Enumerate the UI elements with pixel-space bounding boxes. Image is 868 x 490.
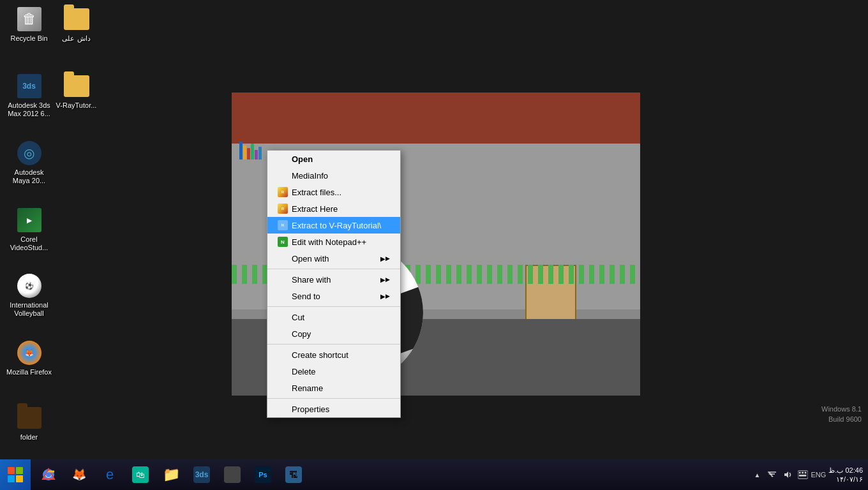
- windows-logo-red: [8, 467, 15, 474]
- copy-label: Copy: [292, 329, 390, 339]
- share-with-icon: [278, 274, 288, 285]
- notepad-icon: N: [278, 237, 288, 247]
- context-menu-extract-files[interactable]: R Extract files...: [267, 184, 400, 200]
- tray-network-icon[interactable]: [767, 470, 777, 480]
- rename-label: Rename: [292, 383, 390, 393]
- desktop-icon-vray-tutorial[interactable]: V-RayTutor...: [52, 73, 100, 110]
- taskbar-file-explorer[interactable]: 📁: [156, 459, 186, 490]
- context-menu-rename[interactable]: Rename: [267, 380, 400, 396]
- folder-dark-icon-wrapper: [17, 405, 42, 431]
- context-menu-delete[interactable]: Delete: [267, 363, 400, 380]
- open-with-label: Open with: [292, 254, 375, 264]
- recycle-bin-icon: 🗑: [17, 7, 41, 31]
- vray-label: V-RayTutor...: [52, 101, 100, 110]
- context-menu-properties[interactable]: Properties: [267, 401, 400, 417]
- corel-label: Corel VideoStud...: [5, 235, 53, 252]
- app7-icon: [224, 466, 241, 483]
- rar-icon-extract-files: R: [278, 187, 288, 197]
- context-menu-extract-to[interactable]: R Extract to V-RayTutorial\: [267, 217, 400, 234]
- cut-icon: [278, 312, 288, 322]
- taskbar-chrome[interactable]: [33, 459, 64, 490]
- rar-icon-extract-here: R: [278, 204, 288, 214]
- tray-lang[interactable]: ENG: [813, 470, 823, 480]
- 3dsmax-icon: 3ds: [17, 74, 41, 98]
- send-to-label: Send to: [292, 292, 375, 301]
- firefox-label: Mozilla Firefox: [5, 368, 53, 376]
- context-menu-cut[interactable]: Cut: [267, 309, 400, 325]
- dash-ali-icon-wrapper: [64, 6, 89, 32]
- svg-rect-7: [799, 475, 807, 477]
- open-icon: [278, 154, 288, 164]
- share-with-arrow: ▶: [380, 276, 385, 283]
- windows-version-text: Windows 8.1: [821, 405, 862, 414]
- separator-1: [267, 269, 400, 269]
- taskbar-photoshop[interactable]: Ps: [248, 459, 278, 490]
- autodesk-taskbar-icon: 3ds: [193, 466, 210, 483]
- extract-here-icon: R: [278, 204, 288, 214]
- context-menu-send-to[interactable]: Send to ▶: [267, 288, 400, 304]
- volleyball-icon: ⚽: [17, 274, 41, 298]
- taskbar-autodesk[interactable]: 3ds: [186, 459, 217, 490]
- vray-folder-icon: [64, 75, 89, 97]
- photoshop-icon: Ps: [255, 466, 271, 483]
- firefox-taskbar-icon: 🦊: [70, 466, 88, 484]
- desktop-icon-corel[interactable]: ▶ Corel VideoStud...: [5, 207, 53, 252]
- taskbar-windows-store[interactable]: 🛍: [125, 459, 156, 490]
- rar-file-icon[interactable]: [232, 134, 270, 172]
- desktop-icon-folder-dark[interactable]: folder: [5, 405, 53, 442]
- volleyball-label: International Volleyball: [5, 301, 53, 318]
- chrome-icon: [40, 466, 57, 484]
- taskbar-clock[interactable]: 02:46 ب.ظ ۱۴/۰۷/۱۶: [828, 466, 863, 484]
- context-menu-extract-here[interactable]: R Extract Here: [267, 200, 400, 217]
- open-with-icon: [278, 253, 288, 264]
- tray-keyboard-icon[interactable]: [798, 470, 808, 480]
- windows-logo-yellow: [16, 475, 23, 482]
- folder-dark-label: folder: [5, 433, 53, 442]
- context-menu-share-with[interactable]: Share with ▶: [267, 271, 400, 288]
- dash-ali-icon: [64, 8, 89, 30]
- start-button[interactable]: [0, 459, 31, 490]
- svg-rect-4: [799, 472, 801, 474]
- desktop-icon-maya[interactable]: ◎ Autodesk Maya 20...: [5, 140, 53, 185]
- file-explorer-icon: 📁: [162, 466, 180, 484]
- maya-icon-wrapper: ◎: [17, 140, 42, 166]
- tray-volume-icon[interactable]: [782, 470, 793, 480]
- edit-notepad-label: Edit with Notepad++: [292, 237, 390, 247]
- rename-icon: [278, 383, 288, 393]
- taskbar-ie[interactable]: e: [94, 459, 125, 490]
- context-menu-create-shortcut[interactable]: Create shortcut: [267, 346, 400, 363]
- corel-icon: ▶: [17, 208, 41, 232]
- taskbar-apps: 🦊 e 🛍 📁 3ds Ps 🏗: [31, 459, 747, 490]
- extract-to-icon: R: [278, 220, 288, 230]
- extract-files-icon: R: [278, 187, 288, 197]
- create-shortcut-label: Create shortcut: [292, 350, 390, 360]
- taskbar-app9[interactable]: 🏗: [278, 459, 309, 490]
- extract-files-label: Extract files...: [292, 188, 390, 197]
- extract-here-label: Extract Here: [292, 204, 390, 214]
- properties-icon: [278, 404, 288, 414]
- recycle-bin-label: Recycle Bin: [5, 34, 53, 43]
- taskbar-firefox[interactable]: 🦊: [64, 459, 94, 490]
- context-menu-copy[interactable]: Copy: [267, 325, 400, 342]
- desktop-icon-3dsmax[interactable]: 3ds Autodesk 3ds Max 2012 6...: [5, 73, 53, 118]
- tray-up-arrow[interactable]: ▲: [752, 470, 762, 480]
- cut-label: Cut: [292, 313, 390, 322]
- open-label: Open: [292, 154, 390, 164]
- windows-build-text: Build 9600: [821, 415, 862, 424]
- send-to-arrow: ▶: [380, 293, 385, 300]
- taskbar-app7[interactable]: [217, 459, 248, 490]
- windows-watermark: Windows 8.1 Build 9600: [821, 405, 862, 424]
- vray-icon-wrapper: [64, 73, 89, 99]
- context-menu-open[interactable]: Open: [267, 151, 400, 167]
- context-menu-open-with[interactable]: Open with ▶: [267, 250, 400, 267]
- ie-icon: e: [101, 466, 119, 484]
- context-menu-mediainfo[interactable]: MediaInfo: [267, 167, 400, 184]
- desktop-icon-dash-ali[interactable]: داش علی: [52, 6, 100, 43]
- corel-icon-wrapper: ▶: [17, 207, 42, 233]
- desktop-icon-recycle-bin[interactable]: 🗑 Recycle Bin: [5, 6, 53, 43]
- context-menu-edit-notepad[interactable]: N Edit with Notepad++: [267, 234, 400, 250]
- svg-rect-5: [802, 472, 804, 474]
- desktop-icon-firefox[interactable]: 🦊 Mozilla Firefox: [5, 340, 53, 376]
- desktop-icon-volleyball[interactable]: ⚽ International Volleyball: [5, 273, 53, 318]
- windows-logo-icon: [8, 467, 23, 482]
